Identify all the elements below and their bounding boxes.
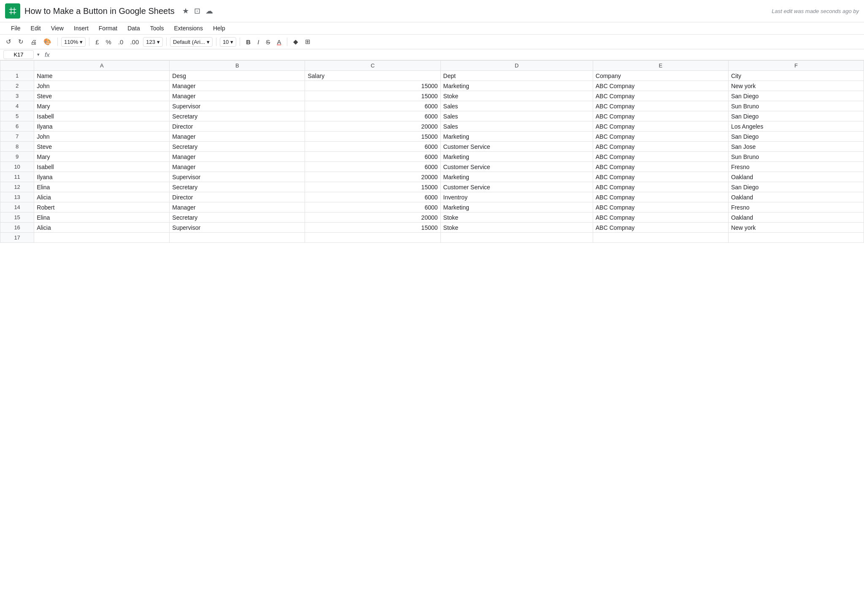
cell-3-b[interactable]: Manager (170, 91, 305, 101)
borders-button[interactable]: ⊞ (302, 36, 313, 47)
cell-7-a[interactable]: John (34, 132, 170, 142)
cell-3-c[interactable]: 15000 (305, 91, 440, 101)
cell-9-a[interactable]: Mary (34, 152, 170, 162)
inc-decimals-button[interactable]: .00 (127, 37, 141, 47)
cell-16-b[interactable]: Supervisor (170, 223, 305, 233)
cell-2-d[interactable]: Marketing (440, 81, 593, 91)
col-header-d[interactable]: D (440, 61, 593, 71)
dec-decimals-button[interactable]: .0 (116, 37, 126, 47)
cell-6-b[interactable]: Director (170, 121, 305, 132)
cell-2-a[interactable]: John (34, 81, 170, 91)
print-button[interactable]: 🖨 (28, 37, 39, 47)
cell-15-b[interactable]: Secretary (170, 213, 305, 223)
cell-ref-input[interactable]: K17 (3, 50, 34, 59)
row-header-5[interactable]: 5 (0, 111, 34, 121)
cell-16-e[interactable]: ABC Compnay (593, 223, 728, 233)
cell-16-c[interactable]: 15000 (305, 223, 440, 233)
cell-2-e[interactable]: ABC Compnay (593, 81, 728, 91)
cell-7-f[interactable]: San Diego (728, 132, 864, 142)
col-header-e[interactable]: E (593, 61, 728, 71)
cell-14-a[interactable]: Robert (34, 202, 170, 213)
percent-button[interactable]: % (103, 37, 114, 47)
cell-9-f[interactable]: Sun Bruno (728, 152, 864, 162)
cell-17-b[interactable] (170, 233, 305, 243)
cell-15-f[interactable]: Oakland (728, 213, 864, 223)
font-family-dropdown[interactable]: Default (Ari... ▾ (170, 37, 213, 47)
cell-ref-dropdown[interactable]: ▾ (37, 52, 40, 57)
cell-4-f[interactable]: Sun Bruno (728, 101, 864, 111)
cell-10-d[interactable]: Customer Service (440, 162, 593, 172)
cell-8-a[interactable]: Steve (34, 142, 170, 152)
cell-1-e[interactable]: Company (593, 71, 728, 81)
cell-7-d[interactable]: Marketing (440, 132, 593, 142)
col-header-f[interactable]: F (728, 61, 864, 71)
cell-16-d[interactable]: Stoke (440, 223, 593, 233)
cell-10-b[interactable]: Manager (170, 162, 305, 172)
row-header-3[interactable]: 3 (0, 91, 34, 101)
row-header-8[interactable]: 8 (0, 142, 34, 152)
cell-4-a[interactable]: Mary (34, 101, 170, 111)
row-header-15[interactable]: 15 (0, 213, 34, 223)
cell-15-d[interactable]: Stoke (440, 213, 593, 223)
strikethrough-button[interactable]: S (263, 37, 273, 47)
row-header-12[interactable]: 12 (0, 182, 34, 192)
cell-3-d[interactable]: Stoke (440, 91, 593, 101)
cell-8-d[interactable]: Customer Service (440, 142, 593, 152)
cell-9-d[interactable]: Marketing (440, 152, 593, 162)
menu-item-tools[interactable]: Tools (146, 23, 168, 33)
row-header-2[interactable]: 2 (0, 81, 34, 91)
row-header-6[interactable]: 6 (0, 121, 34, 132)
row-header-17[interactable]: 17 (0, 233, 34, 243)
more-formats-dropdown[interactable]: 123 ▾ (143, 37, 163, 47)
menu-item-format[interactable]: Format (94, 23, 122, 33)
menu-item-view[interactable]: View (47, 23, 68, 33)
cell-5-c[interactable]: 6000 (305, 111, 440, 121)
cell-5-b[interactable]: Secretary (170, 111, 305, 121)
cell-16-f[interactable]: New york (728, 223, 864, 233)
cell-4-b[interactable]: Supervisor (170, 101, 305, 111)
cell-8-f[interactable]: San Jose (728, 142, 864, 152)
cell-13-b[interactable]: Director (170, 192, 305, 202)
formula-input[interactable] (55, 51, 861, 58)
cell-8-b[interactable]: Secretary (170, 142, 305, 152)
menu-item-edit[interactable]: Edit (27, 23, 45, 33)
cell-7-e[interactable]: ABC Compnay (593, 132, 728, 142)
cell-5-d[interactable]: Sales (440, 111, 593, 121)
cell-2-c[interactable]: 15000 (305, 81, 440, 91)
cell-6-a[interactable]: Ilyana (34, 121, 170, 132)
star-icon[interactable]: ★ (182, 6, 189, 16)
zoom-dropdown[interactable]: 110% ▾ (61, 37, 86, 47)
redo-button[interactable]: ↻ (16, 36, 26, 47)
col-header-c[interactable]: C (305, 61, 440, 71)
cell-5-e[interactable]: ABC Compnay (593, 111, 728, 121)
fill-color-button[interactable]: ◆ (291, 36, 301, 47)
cell-10-a[interactable]: Isabell (34, 162, 170, 172)
cell-17-e[interactable] (593, 233, 728, 243)
cell-12-a[interactable]: Elina (34, 182, 170, 192)
cell-11-b[interactable]: Supervisor (170, 172, 305, 182)
menu-item-extensions[interactable]: Extensions (170, 23, 207, 33)
cell-12-c[interactable]: 15000 (305, 182, 440, 192)
col-header-b[interactable]: B (170, 61, 305, 71)
cell-16-a[interactable]: Alicia (34, 223, 170, 233)
cell-5-a[interactable]: Isabell (34, 111, 170, 121)
row-header-9[interactable]: 9 (0, 152, 34, 162)
cell-10-e[interactable]: ABC Compnay (593, 162, 728, 172)
cell-1-c[interactable]: Salary (305, 71, 440, 81)
cell-15-a[interactable]: Elina (34, 213, 170, 223)
cell-1-a[interactable]: Name (34, 71, 170, 81)
cell-8-e[interactable]: ABC Compnay (593, 142, 728, 152)
cell-14-f[interactable]: Fresno (728, 202, 864, 213)
cell-3-f[interactable]: San Diego (728, 91, 864, 101)
cell-7-c[interactable]: 15000 (305, 132, 440, 142)
paint-format-button[interactable]: 🎨 (41, 36, 54, 47)
cell-12-f[interactable]: San Diego (728, 182, 864, 192)
cell-10-c[interactable]: 6000 (305, 162, 440, 172)
cell-11-f[interactable]: Oakland (728, 172, 864, 182)
cell-1-d[interactable]: Dept (440, 71, 593, 81)
cell-11-a[interactable]: Ilyana (34, 172, 170, 182)
cell-17-c[interactable] (305, 233, 440, 243)
cell-14-e[interactable]: ABC Compnay (593, 202, 728, 213)
row-header-11[interactable]: 11 (0, 172, 34, 182)
cell-7-b[interactable]: Manager (170, 132, 305, 142)
